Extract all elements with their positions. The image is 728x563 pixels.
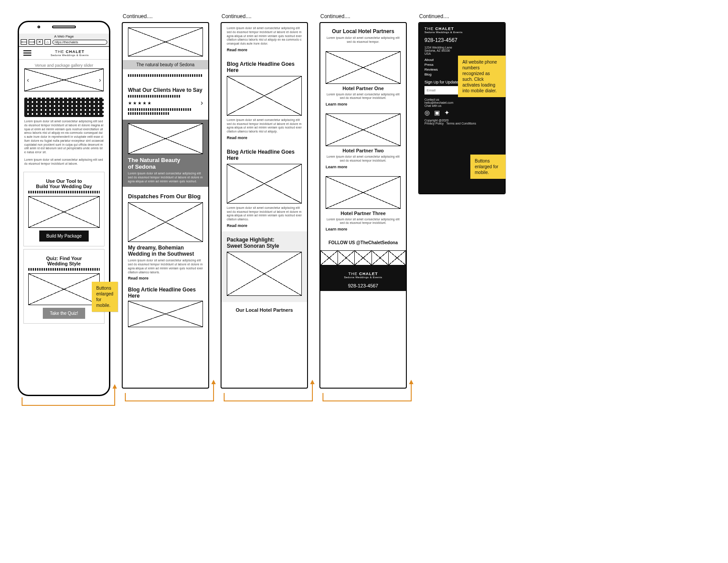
frame-4-panel: Our Local Hotel Partners Lorem ipsum dol…	[319, 22, 407, 389]
browser-chrome: A Web Page ⟸ ⟹ ✕ ⌂ https://thechalets	[19, 34, 109, 47]
nav-fwd-icon[interactable]: ⟹	[29, 39, 35, 45]
package-image[interactable]	[227, 252, 302, 296]
decor-line	[128, 108, 192, 111]
blog-2-image[interactable]	[128, 301, 203, 327]
intro-copy-2: Lorem ipsum dolor sit amet consectetur a…	[24, 158, 104, 166]
feature-title: The Natural Beautyof Sedona	[128, 157, 203, 170]
headline-scribble	[24, 98, 104, 117]
slider-prev-icon[interactable]: ‹	[27, 76, 29, 83]
brand-logo[interactable]: THE CHALET Sedona Weddings & Events	[35, 49, 105, 57]
privacy-link[interactable]: Privacy Policy	[424, 122, 444, 125]
partner-2-title[interactable]: Hotel Partner Two	[326, 148, 401, 153]
partner-2-copy: Lorem ipsum dolor sit amet consectetur a…	[326, 155, 401, 163]
browser-title: A Web Page	[54, 34, 74, 38]
frame-1-column: A Web Page ⟸ ⟹ ✕ ⌂ https://thechalets TH…	[18, 13, 110, 396]
facebook-icon[interactable]: ▣	[434, 109, 440, 116]
partners-heading: Our Local Hotel Partners	[326, 28, 401, 34]
footer-phone-link[interactable]: 928-123-4567	[325, 283, 402, 288]
frame-5-column: Continued.... THE CHALET Sedona Weddings…	[418, 13, 506, 194]
footer-link-blog[interactable]: Blog	[424, 72, 459, 76]
nav-home-icon[interactable]: ⌂	[45, 39, 51, 45]
testimonials-heading: What Our Clients Have to Say	[128, 87, 203, 93]
blog-copy: Lorem ipsum dolor sit amet consectetur a…	[227, 118, 302, 134]
continued-label: Continued....	[320, 13, 407, 19]
decor-line	[128, 74, 203, 77]
frame-3-panel: Lorem ipsum dolor sit amet consectetur a…	[221, 22, 308, 389]
blog-headline[interactable]: Blog Article Headline Goes Here	[227, 61, 302, 73]
footer-link-about[interactable]: About	[424, 58, 459, 62]
slider-caption: Venue and package gallery slider	[24, 63, 104, 68]
hamburger-icon[interactable]	[23, 50, 31, 56]
decor-line	[128, 112, 169, 115]
blog-1-title[interactable]: My dreamy, BohemianWedding in the Southw…	[128, 245, 203, 257]
continued-label: Continued....	[123, 13, 209, 19]
footer-phone-link[interactable]: 928-123-4567	[424, 37, 499, 43]
footer-link-press[interactable]: Press	[424, 63, 459, 67]
svg-marker-2	[310, 380, 315, 384]
tool-title: Use Our Tool toBuild Your Wedding Day	[28, 178, 100, 189]
nav-stop-icon[interactable]: ✕	[37, 39, 43, 45]
star-rating-icon: ★★★★★	[128, 101, 152, 106]
blog-1-readmore-link[interactable]: Read more	[128, 276, 203, 280]
blog-copy: Lorem ipsum dolor sit amet consectetur a…	[227, 26, 302, 46]
package-highlight-title: Package Highlight:Sweet Sonoran Style	[227, 237, 302, 249]
blog-2-title[interactable]: Blog Article Headline Goes Here	[128, 287, 203, 299]
twitter-icon[interactable]: ✦	[444, 109, 450, 116]
blog-dispatches-heading: Dispatches From Our Blog	[128, 193, 203, 200]
footer-logo[interactable]: THE CHALET Sedona Weddings & Events	[325, 272, 402, 279]
footer-address: 1234 Wedding Lane Sedona, AZ 86336 USA	[424, 46, 499, 55]
nav-back-icon[interactable]: ⟸	[21, 39, 27, 45]
instagram-strip[interactable]	[320, 250, 406, 265]
annotation-buttons-enlarged-1: Buttons enlarged for mobile.	[92, 282, 118, 312]
continued-label: Continued....	[221, 13, 308, 19]
phone-frame: A Web Page ⟸ ⟹ ✕ ⌂ https://thechalets TH…	[18, 21, 110, 396]
blog-headline[interactable]: Blog Article Headline Goes Here	[227, 149, 302, 161]
footer-logo[interactable]: THE CHALET Sedona Weddings & Events	[424, 26, 499, 34]
footer-link-reviews[interactable]: Reviews	[424, 68, 459, 72]
build-package-button[interactable]: Build My Package	[39, 230, 89, 242]
phone-camera-dot	[38, 26, 40, 28]
instagram-icon[interactable]: ◎	[424, 109, 430, 116]
annotation-phone-dialer: All website phone numbers recognized as …	[458, 56, 506, 97]
decor-line	[128, 95, 180, 98]
take-quiz-button[interactable]: Take the Quiz!	[43, 308, 85, 319]
frame-2-panel: The natural beauty of Sedona What Our Cl…	[122, 22, 209, 389]
readmore-link[interactable]: Read more	[227, 48, 302, 52]
feature-image	[128, 123, 203, 154]
slider-next-icon[interactable]: ›	[99, 76, 101, 83]
feature-copy: Lorem ipsum dolor sit amet consectetur a…	[128, 172, 203, 183]
partner-3-learnmore-link[interactable]: Learn more	[326, 227, 401, 231]
frame-2-column: Continued.... The natural beauty of Sedo…	[122, 13, 209, 389]
frame-3-column: Continued.... Lorem ipsum dolor sit amet…	[221, 13, 308, 389]
chat-link[interactable]: Chat with us	[424, 104, 499, 107]
partner-3-copy: Lorem ipsum dolor sit amet consectetur a…	[326, 218, 401, 226]
url-bar[interactable]: https://thechalets	[53, 40, 107, 45]
partner-3-image[interactable]	[326, 176, 401, 209]
contact-heading: Contact us	[424, 98, 499, 101]
readmore-link[interactable]: Read more	[227, 136, 302, 140]
svg-marker-1	[211, 380, 216, 384]
blog-1-image[interactable]	[128, 202, 203, 242]
testimonial-next-icon[interactable]: ›	[201, 99, 203, 107]
partner-1-image[interactable]	[326, 51, 401, 84]
sedona-image	[128, 27, 203, 57]
readmore-link[interactable]: Read more	[227, 223, 302, 228]
frame-4-column: Continued.... Our Local Hotel Partners L…	[319, 13, 407, 389]
follow-us-heading[interactable]: FOLLOW US @TheChaletSedona	[326, 240, 401, 245]
partner-1-learnmore-link[interactable]: Learn more	[326, 102, 401, 106]
contact-email-link[interactable]: hello@thechalet.com	[424, 101, 499, 104]
partner-1-title[interactable]: Hotel Partner One	[326, 86, 401, 91]
blog-image[interactable]	[227, 164, 302, 204]
blog-copy: Lorem ipsum dolor sit amet consectetur a…	[227, 206, 302, 222]
partner-2-image[interactable]	[326, 113, 401, 146]
partner-3-title[interactable]: Hotel Partner Three	[326, 211, 401, 216]
partner-2-learnmore-link[interactable]: Learn more	[326, 165, 401, 169]
terms-link[interactable]: Terms and Conditions	[446, 122, 476, 125]
intro-copy: Lorem ipsum dolor sit amet consectetur a…	[24, 120, 104, 155]
partners-heading: Our Local Hotel Partners	[227, 307, 302, 313]
header-bar: THE CHALET Sedona Weddings & Events	[19, 47, 109, 60]
quiz-title: Quiz: Find YourWedding Style	[28, 256, 100, 266]
svg-marker-0	[113, 384, 117, 389]
blog-image[interactable]	[227, 76, 302, 116]
partners-copy: Lorem ipsum dolor sit amet consectetur a…	[326, 36, 401, 44]
